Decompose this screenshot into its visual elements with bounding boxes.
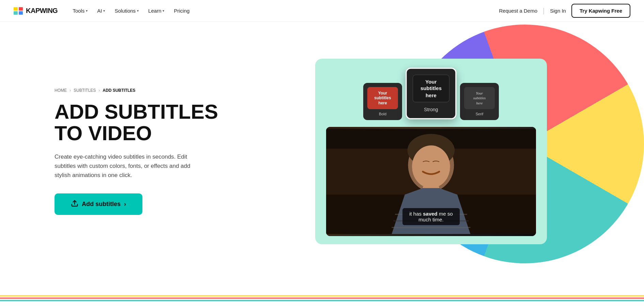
navbar-right: Request a Demo | Sign In Try Kapwing Fre… — [499, 4, 630, 18]
arrow-right-icon: › — [124, 201, 126, 208]
chevron-down-icon: ▾ — [137, 9, 139, 13]
chevron-down-icon: ▾ — [103, 9, 105, 13]
logo-sq-yellow — [14, 7, 18, 11]
page-description: Create eye-catching video subtitles in s… — [55, 152, 198, 180]
chevron-down-icon: ▾ — [86, 9, 88, 13]
nav-divider: | — [543, 7, 545, 15]
logo[interactable]: KAPWING — [14, 7, 58, 15]
logo-text: KAPWING — [26, 7, 58, 15]
logo-sq-green — [14, 11, 18, 15]
serif-label: Serif — [476, 112, 484, 116]
breadcrumb-home[interactable]: HOME — [55, 88, 67, 93]
main-content: HOME › SUBTITLES › ADD SUBTITLES ADD SUB… — [0, 22, 644, 281]
strong-preview: Yoursubtitleshere — [413, 75, 449, 102]
nav-pricing[interactable]: Pricing — [170, 5, 194, 16]
breadcrumb-sep-2: › — [98, 88, 100, 93]
nav-items: Tools ▾ AI ▾ Solutions ▾ Learn ▾ Pricing — [68, 5, 194, 16]
navbar-left: KAPWING Tools ▾ AI ▾ Solutions ▾ Learn ▾… — [14, 5, 194, 16]
hero-card: Yoursubtitleshere Bold Yoursubtitleshere… — [315, 59, 547, 244]
bold-preview: Yoursubtitleshere — [367, 87, 398, 109]
logo-sq-red — [19, 7, 23, 11]
logo-icon — [14, 7, 23, 15]
breadcrumb-current: ADD SUBTITLES — [103, 88, 135, 93]
svg-point-10 — [412, 145, 450, 188]
sign-in-link[interactable]: Sign In — [550, 8, 566, 14]
left-content: HOME › SUBTITLES › ADD SUBTITLES ADD SUB… — [55, 88, 259, 215]
style-cards-row: Yoursubtitleshere Bold Yoursubtitleshere… — [326, 70, 536, 120]
request-demo-link[interactable]: Request a Demo — [499, 8, 537, 14]
try-free-button[interactable]: Try Kapwing Free — [571, 4, 630, 18]
serif-preview: Yoursubtitleshere — [464, 87, 495, 109]
strong-label: Strong — [424, 107, 438, 112]
nav-solutions[interactable]: Solutions ▾ — [110, 5, 143, 16]
upload-icon — [71, 200, 78, 209]
svg-point-9 — [432, 136, 444, 145]
nav-learn[interactable]: Learn ▾ — [144, 5, 168, 16]
logo-sq-blue — [19, 11, 23, 15]
video-player: it has saved me so much time. — [326, 127, 536, 236]
style-card-serif[interactable]: Yoursubtitleshere Serif — [460, 83, 499, 120]
nav-tools[interactable]: Tools ▾ — [68, 5, 92, 16]
chevron-down-icon: ▾ — [163, 9, 164, 13]
breadcrumb: HOME › SUBTITLES › ADD SUBTITLES — [55, 88, 259, 93]
nav-ai[interactable]: AI ▾ — [93, 5, 109, 16]
style-card-bold[interactable]: Yoursubtitleshere Bold — [363, 83, 402, 120]
breadcrumb-subtitles[interactable]: SUBTITLES — [74, 88, 96, 93]
page-title: ADD SUBTITLES TO VIDEO — [55, 101, 259, 144]
right-content: Yoursubtitleshere Bold Yoursubtitleshere… — [259, 59, 617, 244]
style-card-strong[interactable]: Yoursubtitleshere Strong — [405, 68, 456, 119]
breadcrumb-sep-1: › — [70, 88, 71, 93]
bold-label: Bold — [379, 112, 386, 116]
navbar: KAPWING Tools ▾ AI ▾ Solutions ▾ Learn ▾… — [0, 0, 644, 22]
add-subtitles-button[interactable]: Add subtitles › — [55, 193, 142, 215]
video-subtitle: it has saved me so much time. — [402, 208, 460, 225]
